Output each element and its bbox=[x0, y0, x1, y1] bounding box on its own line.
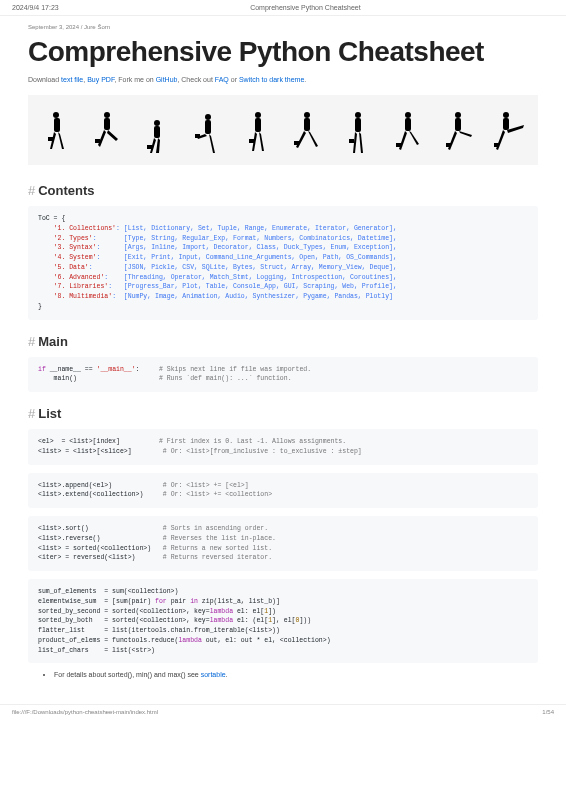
note-list: For details about sorted(), min() and ma… bbox=[54, 671, 538, 678]
browser-tab-title: Comprehensive Python Cheatsheet bbox=[250, 4, 361, 11]
svg-rect-22 bbox=[405, 118, 411, 131]
walker-icon bbox=[444, 109, 474, 159]
svg-point-18 bbox=[355, 112, 361, 118]
note-item: For details about sorted(), min() and ma… bbox=[54, 671, 538, 678]
list-code-block-4: sum_of_elements = sum(<collection>) elem… bbox=[28, 579, 538, 663]
walker-icon bbox=[243, 109, 273, 159]
svg-rect-23 bbox=[396, 143, 401, 147]
svg-rect-19 bbox=[355, 118, 361, 132]
subtitle: Download text file, Buy PDF, Fork me on … bbox=[28, 76, 538, 83]
svg-point-12 bbox=[255, 112, 261, 118]
link-github[interactable]: GitHub bbox=[156, 76, 178, 83]
svg-rect-8 bbox=[147, 145, 152, 149]
walker-icon bbox=[343, 109, 373, 159]
svg-rect-10 bbox=[205, 120, 211, 134]
walker-icon bbox=[193, 109, 223, 159]
svg-rect-2 bbox=[48, 137, 53, 141]
svg-rect-4 bbox=[104, 118, 110, 130]
link-buy-pdf[interactable]: Buy PDF bbox=[87, 76, 114, 83]
toc-code-block: ToC = { '1. Collections': [List, Diction… bbox=[28, 206, 538, 320]
svg-rect-26 bbox=[446, 143, 451, 147]
svg-rect-14 bbox=[249, 139, 254, 143]
page-content: September 3, 2024 / Jure Šorn Comprehens… bbox=[0, 16, 566, 704]
walker-icon bbox=[142, 109, 172, 159]
svg-rect-17 bbox=[294, 141, 299, 145]
list-code-block-1: <el> = <list>[index] # First index is 0.… bbox=[28, 429, 538, 465]
svg-rect-25 bbox=[455, 118, 461, 131]
browser-header: 2024/9/4 17:23 Comprehensive Python Chea… bbox=[0, 0, 566, 16]
svg-rect-28 bbox=[503, 118, 509, 130]
svg-point-6 bbox=[154, 120, 160, 126]
svg-point-3 bbox=[104, 112, 110, 118]
monty-python-silly-walks-image bbox=[28, 95, 538, 165]
main-code-block: if __name__ == '__main__': # Skips next … bbox=[28, 357, 538, 393]
svg-point-0 bbox=[53, 112, 59, 118]
list-code-block-2: <list>.append(<el>) # Or: <list> += [<el… bbox=[28, 473, 538, 509]
meta-date-author: September 3, 2024 / Jure Šorn bbox=[28, 24, 538, 30]
walker-icon bbox=[494, 109, 524, 159]
link-faq[interactable]: FAQ bbox=[215, 76, 229, 83]
svg-rect-16 bbox=[304, 118, 310, 131]
svg-rect-20 bbox=[349, 139, 354, 143]
spacer bbox=[552, 4, 554, 11]
walker-icon bbox=[393, 109, 423, 159]
browser-datetime: 2024/9/4 17:23 bbox=[12, 4, 59, 11]
svg-point-24 bbox=[455, 112, 461, 118]
footer-path: file:///F:/Downloads/python-cheatsheet-m… bbox=[12, 709, 158, 715]
svg-point-21 bbox=[405, 112, 411, 118]
svg-rect-7 bbox=[154, 126, 160, 138]
svg-rect-29 bbox=[494, 143, 499, 147]
heading-contents: #Contents bbox=[28, 183, 538, 198]
svg-point-9 bbox=[205, 114, 211, 120]
browser-footer: file:///F:/Downloads/python-cheatsheet-m… bbox=[0, 704, 566, 719]
link-sortable[interactable]: sortable bbox=[201, 671, 226, 678]
svg-rect-5 bbox=[95, 139, 100, 143]
heading-main: #Main bbox=[28, 334, 538, 349]
walker-icon bbox=[42, 109, 72, 159]
walker-icon bbox=[293, 109, 323, 159]
heading-list: #List bbox=[28, 406, 538, 421]
svg-rect-11 bbox=[195, 134, 200, 138]
walker-icon bbox=[92, 109, 122, 159]
svg-rect-1 bbox=[54, 118, 60, 132]
footer-page: 1/54 bbox=[542, 709, 554, 715]
svg-point-15 bbox=[304, 112, 310, 118]
svg-rect-13 bbox=[255, 118, 261, 132]
link-dark-theme[interactable]: Switch to dark theme bbox=[239, 76, 304, 83]
page-title: Comprehensive Python Cheatsheet bbox=[28, 36, 538, 68]
link-text-file[interactable]: text file bbox=[61, 76, 83, 83]
list-code-block-3: <list>.sort() # Sorts in ascending order… bbox=[28, 516, 538, 571]
svg-point-27 bbox=[503, 112, 509, 118]
